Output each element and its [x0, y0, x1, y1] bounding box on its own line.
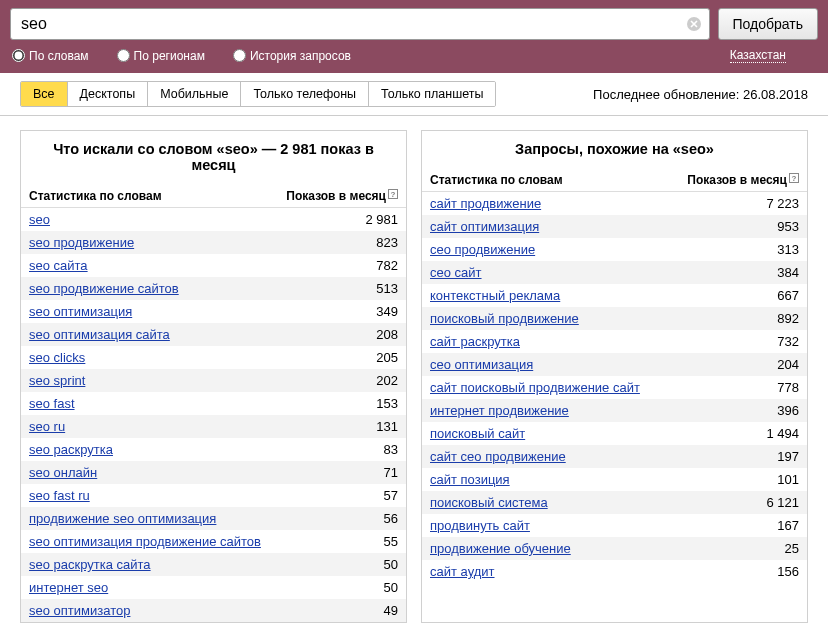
count-cell: 167	[668, 514, 807, 537]
keyword-link[interactable]: seo оптимизатор	[29, 603, 130, 618]
table-row: seo оптимизация сайта208	[21, 323, 406, 346]
region-link[interactable]: Казахстан	[730, 48, 786, 63]
count-cell: 6 121	[668, 491, 807, 514]
count-cell: 208	[275, 323, 406, 346]
keyword-link[interactable]: seo продвижение сайтов	[29, 281, 179, 296]
last-update: Последнее обновление: 26.08.2018	[593, 87, 808, 102]
count-cell: 71	[275, 461, 406, 484]
count-cell: 153	[275, 392, 406, 415]
count-cell: 732	[668, 330, 807, 353]
keyword-link[interactable]: сайт позиция	[430, 472, 510, 487]
keyword-link[interactable]: seo оптимизация	[29, 304, 132, 319]
table-row: seo оптимизация349	[21, 300, 406, 323]
tab-desktop[interactable]: Десктопы	[68, 82, 149, 106]
keyword-link[interactable]: сайт аудит	[430, 564, 495, 579]
table-row: seo оптимизатор49	[21, 599, 406, 622]
tab-all[interactable]: Все	[21, 82, 68, 106]
table-row: сайт аудит156	[422, 560, 807, 583]
table-row: сайт поисковый продвижение сайт778	[422, 376, 807, 399]
table-row: seo раскрутка83	[21, 438, 406, 461]
tab-phones[interactable]: Только телефоны	[241, 82, 369, 106]
keyword-link[interactable]: seo раскрутка сайта	[29, 557, 151, 572]
count-cell: 131	[275, 415, 406, 438]
keyword-link[interactable]: seo сайта	[29, 258, 88, 273]
count-cell: 204	[668, 353, 807, 376]
table-row: сайт раскрутка732	[422, 330, 807, 353]
keyword-link[interactable]: продвинуть сайт	[430, 518, 530, 533]
panel-similar: Запросы, похожие на «seo» Статистика по …	[421, 130, 808, 623]
table-row: сео оптимизация204	[422, 353, 807, 376]
keyword-link[interactable]: seo clicks	[29, 350, 85, 365]
keyword-link[interactable]: seo fast ru	[29, 488, 90, 503]
help-icon[interactable]: ?	[388, 189, 398, 199]
keyword-link[interactable]: сайт поисковый продвижение сайт	[430, 380, 640, 395]
count-cell: 778	[668, 376, 807, 399]
search-input[interactable]	[10, 8, 710, 40]
count-cell: 7 223	[668, 192, 807, 216]
option-words[interactable]: По словам	[12, 49, 89, 63]
count-cell: 50	[275, 576, 406, 599]
help-icon[interactable]: ?	[789, 173, 799, 183]
count-cell: 396	[668, 399, 807, 422]
count-cell: 349	[275, 300, 406, 323]
keyword-link[interactable]: seo ru	[29, 419, 65, 434]
table-row: сайт позиция101	[422, 468, 807, 491]
count-cell: 2 981	[275, 208, 406, 232]
keyword-link[interactable]: seo оптимизация сайта	[29, 327, 170, 342]
keyword-link[interactable]: сео оптимизация	[430, 357, 533, 372]
table-row: seo sprint202	[21, 369, 406, 392]
header: Подобрать По словам По регионам История …	[0, 0, 828, 73]
option-regions-label: По регионам	[134, 49, 205, 63]
keyword-link[interactable]: интернет продвижение	[430, 403, 569, 418]
count-cell: 197	[668, 445, 807, 468]
keyword-link[interactable]: seo	[29, 212, 50, 227]
keyword-link[interactable]: интернет seo	[29, 580, 108, 595]
table-row: поисковый система6 121	[422, 491, 807, 514]
count-cell: 50	[275, 553, 406, 576]
keyword-link[interactable]: продвижение обучение	[430, 541, 571, 556]
keyword-link[interactable]: сайт оптимизация	[430, 219, 539, 234]
keyword-link[interactable]: seo fast	[29, 396, 75, 411]
tab-mobile[interactable]: Мобильные	[148, 82, 241, 106]
keyword-link[interactable]: контекстный реклама	[430, 288, 560, 303]
keyword-link[interactable]: сайт сео продвижение	[430, 449, 566, 464]
table-row: seo2 981	[21, 208, 406, 232]
table-row: seo раскрутка сайта50	[21, 553, 406, 576]
keyword-link[interactable]: seo раскрутка	[29, 442, 113, 457]
option-words-label: По словам	[29, 49, 89, 63]
keyword-link[interactable]: продвижение seo оптимизация	[29, 511, 216, 526]
col-count: Показов в месяц?	[668, 169, 807, 192]
tab-tablets[interactable]: Только планшеты	[369, 82, 495, 106]
keyword-link[interactable]: сайт продвижение	[430, 196, 541, 211]
option-history-label: История запросов	[250, 49, 351, 63]
keyword-link[interactable]: seo оптимизация продвижение сайтов	[29, 534, 261, 549]
table-row: контекстный реклама667	[422, 284, 807, 307]
keyword-link[interactable]: поисковый продвижение	[430, 311, 579, 326]
count-cell: 782	[275, 254, 406, 277]
keyword-link[interactable]: сео сайт	[430, 265, 482, 280]
keyword-link[interactable]: seo онлайн	[29, 465, 97, 480]
clear-icon[interactable]	[686, 16, 702, 32]
count-cell: 205	[275, 346, 406, 369]
panel-title-left: Что искали со словом «seo» — 2 981 показ…	[21, 131, 406, 185]
keyword-link[interactable]: поисковый сайт	[430, 426, 525, 441]
keyword-link[interactable]: поисковый система	[430, 495, 548, 510]
submit-button[interactable]: Подобрать	[718, 8, 819, 40]
keyword-link[interactable]: сео продвижение	[430, 242, 535, 257]
table-row: продвижение seo оптимизация56	[21, 507, 406, 530]
option-regions[interactable]: По регионам	[117, 49, 205, 63]
keyword-link[interactable]: seo sprint	[29, 373, 85, 388]
col-kw: Статистика по словам	[21, 185, 275, 208]
table-row: seo онлайн71	[21, 461, 406, 484]
table-row: сайт сео продвижение197	[422, 445, 807, 468]
count-cell: 49	[275, 599, 406, 622]
count-cell: 55	[275, 530, 406, 553]
keyword-link[interactable]: seo продвижение	[29, 235, 134, 250]
option-history[interactable]: История запросов	[233, 49, 351, 63]
keyword-link[interactable]: сайт раскрутка	[430, 334, 520, 349]
table-row: сайт оптимизация953	[422, 215, 807, 238]
table-row: seo fast ru57	[21, 484, 406, 507]
count-cell: 83	[275, 438, 406, 461]
count-cell: 667	[668, 284, 807, 307]
table-row: seo продвижение сайтов513	[21, 277, 406, 300]
